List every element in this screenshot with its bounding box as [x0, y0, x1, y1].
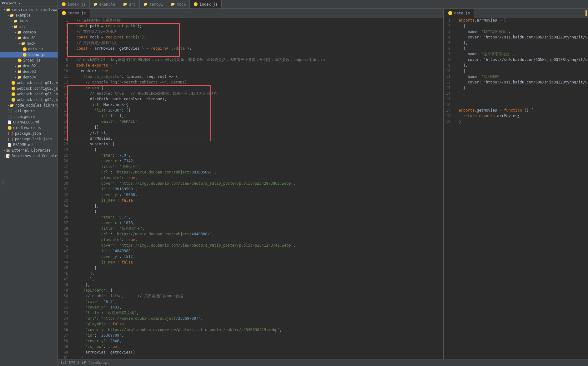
tab-src[interactable]: 📁 src: [119, 0, 140, 9]
line-number: 26: [58, 158, 71, 164]
line-number: 36: [58, 214, 71, 220]
left-code-editor[interactable]: 1 // 支持直接引入系统模块2 const path = require('p…: [58, 18, 443, 359]
line-content: // enable: true, // 开启接口mock数据，如果不写，默认为开…: [71, 91, 443, 96]
sidebar-item-changelog[interactable]: 📄 CHANGELOG.md: [0, 119, 58, 125]
sidebar-item-webpack4[interactable]: 🟡 webpack.config04.js: [0, 97, 58, 103]
sidebar-item-data-js[interactable]: 🟡 data.js: [0, 46, 58, 52]
table-row: 40 'playable': true,: [58, 237, 443, 243]
table-row: 39 'url': 'https://movie.douban.com/subj…: [58, 231, 443, 237]
sidebar-item-common[interactable]: ▸ 📁 common: [0, 29, 58, 35]
sidebar-item-middleware[interactable]: 🟡 middleware.js: [0, 125, 58, 131]
line-number: 50: [58, 293, 71, 299]
tab-example[interactable]: 📁 example: [90, 0, 119, 9]
line-number: 11: [58, 74, 71, 79]
folder-icon: 📁: [10, 103, 14, 108]
sidebar-item-index-js[interactable]: 🟡 index.js: [0, 52, 58, 58]
sidebar-item-npmignore[interactable]: ⬛ .npmignore: [0, 114, 58, 119]
sidebar-item-extlibs[interactable]: ▸ 📚 External Libraries: [0, 148, 58, 153]
table-row: 47 },: [58, 276, 443, 282]
line-number: 48: [58, 282, 71, 288]
line-number: 57: [58, 333, 71, 338]
table-row: 50 // enable: false, // 关闭该接口的mock数据: [58, 293, 443, 299]
line-content: // enable: false, // 关闭该接口的mock数据: [71, 293, 443, 299]
line-content: name: '流浪地球',: [453, 74, 588, 79]
sidebar-item-example[interactable]: ▾ 📁 example: [0, 13, 58, 18]
sidebar-item-index-js-2[interactable]: 🟡 index.js: [0, 58, 58, 63]
sidebar-item-demo02[interactable]: ▸ 📁 demo02: [0, 63, 58, 69]
tree-label: .gitignore: [13, 109, 35, 113]
line-content: }: [71, 265, 443, 271]
tree-label: node_modules library root: [15, 103, 58, 108]
tab-label-4: demo01: [149, 2, 163, 7]
line-number: 42: [58, 248, 71, 254]
tree-label: README.md: [13, 143, 33, 147]
sidebar-item-gitignore[interactable]: ⬛ .gitignore: [0, 108, 58, 114]
sidebar-item-scratches[interactable]: ▸ 📝 Scratches and Consoles: [0, 153, 58, 159]
tab-1[interactable]: 🟡 index.js: [58, 0, 90, 9]
tree-label: demo04: [23, 75, 36, 79]
table-row: 18 return exports.arrMovies;: [444, 113, 588, 119]
scratches-icon: 📝: [6, 154, 10, 158]
sidebar-item-demo04[interactable]: ▸ 📁 demo04: [0, 74, 58, 80]
tree-label: webpack.config02.js: [17, 86, 58, 91]
line-number: 13: [444, 85, 453, 91]
tree-label: webpack.config01.js: [17, 81, 58, 85]
line-content: 'playable': false,: [71, 321, 443, 327]
tab-demo01[interactable]: 📁 demo01: [140, 0, 167, 9]
table-row: 25 'rate': '7.0',: [58, 153, 443, 158]
line-number: 7: [58, 51, 71, 57]
line-content: // mock配置文件，key就是接口的URL地址，value可以是对象，或者函…: [71, 57, 443, 63]
left-editor-tab[interactable]: 🟡 index.js: [58, 9, 90, 18]
table-row: 45 }: [58, 265, 443, 271]
line-content: },: [453, 63, 588, 68]
right-code-editor[interactable]: 1 exports.arrMovies = [2 {3 name: '肖申克的救…: [444, 18, 588, 359]
sidebar-item-package[interactable]: { } package.json: [0, 131, 58, 136]
line-content: }: [453, 119, 588, 124]
sidebar-item-demo03[interactable]: ▸ 📁 demo03: [0, 69, 58, 74]
sidebar-item-nodemodules[interactable]: ▸ 📁 node_modules library root: [0, 103, 58, 108]
line-number: 43: [58, 254, 71, 259]
tab-indexjs[interactable]: 🟡 index.js: [190, 0, 222, 9]
sidebar-item-imgs[interactable]: ▸ 📁 imgs: [0, 18, 58, 24]
line-number: 6: [58, 46, 71, 51]
line-number: 17: [58, 108, 71, 113]
sidebar-item-webpack3[interactable]: 🟡 webpack.config03.js: [0, 91, 58, 97]
js-file-icon: 🟡: [18, 58, 22, 63]
right-editor-tab[interactable]: 🟡 data.js: [444, 9, 474, 18]
line-content: name: '肖申克的救赎',: [453, 29, 588, 34]
table-row: 6 {: [444, 46, 588, 51]
arrow-icon: ▸: [4, 154, 5, 158]
table-row: 23 subjects: [: [58, 141, 443, 147]
table-row: 10 enable: true,: [58, 68, 443, 74]
line-number: 19: [58, 119, 71, 124]
left-tab-icon: 🟡: [62, 11, 66, 15]
tab-bar: 🟡 index.js 📁 example 📁 src 📁 demo01 📁 mo…: [58, 0, 588, 9]
tab-mock[interactable]: 📁 mock: [167, 0, 190, 9]
line-number: 24: [58, 147, 71, 153]
line-content: 'cover_y': 10000,: [71, 192, 443, 198]
npm-file-icon: ⬛: [8, 115, 12, 119]
line-number: 9: [58, 63, 71, 68]
table-row: 11 name: '流浪地球',: [444, 74, 588, 79]
sidebar-item-packagelock[interactable]: { } package-lock.json: [0, 136, 58, 142]
sidebar-project-label[interactable]: Project ▾: [2, 1, 21, 5]
line-number: 2: [444, 23, 453, 29]
arrow-icon: ▸: [15, 31, 17, 34]
tab-icon-4: 📁: [143, 2, 148, 6]
sidebar-item-demo01[interactable]: ▾ 📁 demo01: [0, 35, 58, 41]
sidebar-item-webpack2[interactable]: 🟡 webpack.config02.js: [0, 86, 58, 91]
line-content: const path = require('path');: [71, 23, 443, 29]
line-content: {: [71, 209, 443, 214]
line-number: 14: [444, 91, 453, 96]
table-row: 17 exports.getMovies = function () {: [444, 108, 588, 113]
table-row: 16: [444, 102, 588, 108]
line-content: },: [71, 282, 443, 288]
sidebar-item-readme[interactable]: 📄 README.md: [0, 142, 58, 148]
sidebar-item-mock[interactable]: ▾ 📁 mock: [0, 41, 58, 46]
sidebar-item-src[interactable]: ▾ 📁 src: [0, 24, 58, 29]
line-content: 'id': '30163509',: [71, 186, 443, 192]
sidebar-item-webpack1[interactable]: 🟡 webpack.config01.js: [0, 80, 58, 86]
table-row: 5 },: [444, 40, 588, 46]
sidebar-item-root[interactable]: ▾ 📁 service-mock-middleware: [0, 7, 58, 13]
table-row: 3 name: '肖申克的救赎',: [444, 29, 588, 34]
